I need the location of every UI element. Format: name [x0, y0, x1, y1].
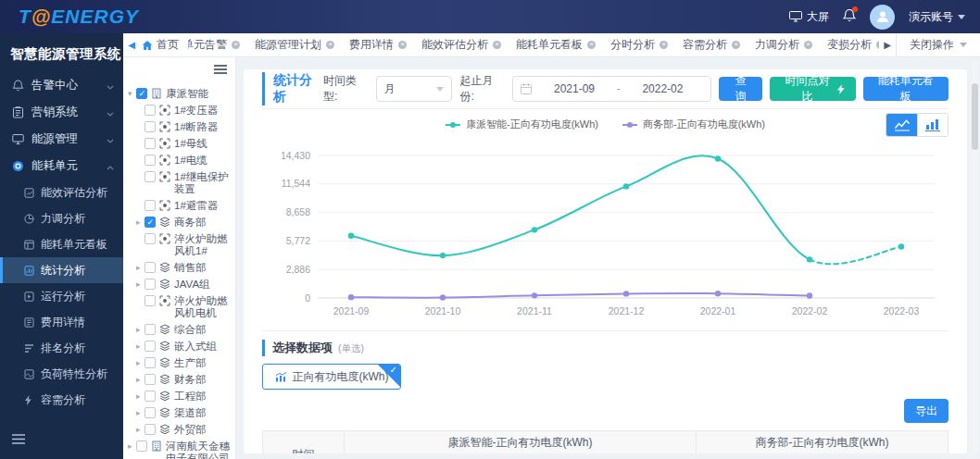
- tree-node-10[interactable]: ▸JAVA组: [128, 276, 233, 292]
- tree-checkbox[interactable]: [144, 391, 156, 402]
- avatar[interactable]: [870, 5, 895, 30]
- sidebar-item-3-6[interactable]: 排名分析: [0, 335, 123, 361]
- sidebar-group-3[interactable]: 能耗单元: [0, 153, 123, 180]
- tab-item-0[interactable]: 单元告警: [188, 33, 247, 56]
- data-item-chip-selected[interactable]: 正向有功电度(kWh) ✓: [262, 364, 401, 390]
- tree-checkbox[interactable]: [144, 407, 156, 418]
- legend-item-kangpai[interactable]: 康派智能-正向有功电度(kWh): [446, 118, 598, 131]
- tree-node-17[interactable]: ▸渠道部: [128, 404, 233, 421]
- tree-node-19[interactable]: ▸河南航天金穗电子有限公司: [128, 438, 233, 459]
- tab-item-1[interactable]: 能源管理计划: [247, 33, 342, 56]
- caret-right-icon[interactable]: ▸: [136, 341, 144, 353]
- caret-right-icon[interactable]: ▸: [136, 357, 144, 369]
- tree-node-7[interactable]: ▸商务部: [128, 214, 233, 230]
- tree-checkbox[interactable]: [144, 295, 156, 306]
- scrollbar-thumb[interactable]: [972, 83, 978, 150]
- caret-right-icon[interactable]: ▸: [136, 217, 144, 229]
- tree-checkbox[interactable]: [144, 424, 156, 435]
- tree-node-11[interactable]: 淬火炉助燃风机电机: [128, 292, 233, 321]
- tree-checkbox[interactable]: [144, 138, 156, 149]
- bar-chart-toggle-button[interactable]: [917, 114, 948, 136]
- tree-node-15[interactable]: ▸财务部: [128, 371, 233, 388]
- tab-item-8[interactable]: 变损分析: [820, 33, 879, 56]
- tab-close-icon[interactable]: [732, 41, 740, 49]
- tree-node-0[interactable]: ▾康派智能: [128, 85, 233, 102]
- tree-checkbox[interactable]: [144, 155, 156, 166]
- tab-item-5[interactable]: 分时分析: [603, 33, 675, 56]
- tab-close-icon[interactable]: [398, 41, 407, 49]
- export-button[interactable]: 导出: [904, 399, 949, 423]
- sidebar-group-0[interactable]: 告警中心: [0, 72, 123, 99]
- tab-close-icon[interactable]: [326, 41, 334, 49]
- tree-checkbox[interactable]: [144, 121, 156, 132]
- tab-item-7[interactable]: 力调分析: [748, 33, 820, 56]
- caret-right-icon[interactable]: ▸: [136, 424, 144, 436]
- caret-right-icon[interactable]: ▸: [136, 279, 144, 291]
- tree-node-5[interactable]: 1#继电保护装置: [128, 168, 233, 197]
- tree-checkbox[interactable]: [144, 324, 156, 335]
- caret-right-icon[interactable]: ▸: [136, 262, 144, 274]
- tab-home[interactable]: 首页: [140, 37, 188, 53]
- unit-board-button[interactable]: 能耗单元看板: [863, 77, 949, 101]
- tree-checkbox[interactable]: [144, 262, 156, 273]
- sidebar-item-3-8[interactable]: 容需分析: [0, 387, 123, 413]
- tree-checkbox[interactable]: [144, 374, 156, 385]
- big-screen-button[interactable]: 大屏: [789, 9, 829, 25]
- statistics-line-chart[interactable]: 02,8865,7728,65811,54414,4302021-092021-…: [262, 141, 949, 330]
- tree-menu-icon[interactable]: [214, 65, 227, 74]
- sidebar-item-3-1[interactable]: 力调分析: [0, 205, 123, 231]
- tree-node-1[interactable]: 1#变压器: [128, 102, 233, 118]
- sidebar-group-1[interactable]: 营销系统: [0, 99, 123, 126]
- tab-close-icon[interactable]: [493, 41, 501, 49]
- tree-checkbox[interactable]: [144, 171, 156, 182]
- sidebar-item-3-0[interactable]: 能效评估分析: [0, 180, 123, 205]
- tab-close-icon[interactable]: [232, 41, 240, 49]
- tabs-scroll-left-button[interactable]: ◀: [123, 40, 140, 50]
- tabs-scroll-right-button[interactable]: ▶: [879, 40, 896, 50]
- tree-checkbox[interactable]: [144, 200, 156, 211]
- line-chart-toggle-button[interactable]: [886, 114, 917, 136]
- sidebar-item-3-2[interactable]: 能耗单元看板: [0, 231, 123, 257]
- caret-right-icon[interactable]: ▸: [136, 324, 144, 336]
- tree-node-8[interactable]: 淬火炉助燃风机1#: [128, 230, 233, 259]
- tree-checkbox[interactable]: [144, 279, 156, 290]
- tree-node-6[interactable]: 1#避雷器: [128, 197, 233, 214]
- date-range-input[interactable]: 2021-09 - 2022-02: [512, 76, 711, 102]
- tree-checkbox[interactable]: [144, 233, 156, 244]
- tab-item-6[interactable]: 容需分析: [675, 33, 748, 56]
- tab-item-2[interactable]: 费用详情: [342, 33, 414, 56]
- caret-right-icon[interactable]: ▸: [128, 440, 136, 453]
- tree-node-18[interactable]: ▸外贸部: [128, 421, 233, 438]
- sidebar-item-3-7[interactable]: 负荷特性分析: [0, 361, 123, 387]
- query-button[interactable]: 查询: [719, 77, 762, 101]
- legend-item-business-dept[interactable]: 商务部-正向有功电度(kWh): [622, 118, 765, 131]
- tree-checkbox[interactable]: [144, 105, 156, 116]
- tree-node-3[interactable]: 1#母线: [128, 135, 233, 152]
- notification-bell-button[interactable]: [843, 8, 856, 25]
- time-point-compare-button[interactable]: 时间点对比: [770, 77, 856, 101]
- tree-checkbox[interactable]: [144, 357, 156, 368]
- sidebar-item-3-5[interactable]: 费用详情: [0, 309, 123, 335]
- caret-right-icon[interactable]: ▸: [136, 374, 144, 386]
- tree-checkbox[interactable]: [144, 341, 156, 352]
- sidebar-item-3-4[interactable]: 运行分析: [0, 283, 123, 309]
- tree-checkbox[interactable]: [144, 217, 156, 228]
- tab-close-icon[interactable]: [587, 41, 596, 49]
- tree-node-12[interactable]: ▸综合部: [128, 321, 233, 338]
- caret-right-icon[interactable]: ▸: [136, 407, 144, 419]
- tree-node-9[interactable]: ▸销售部: [128, 259, 233, 276]
- tree-checkbox[interactable]: [136, 88, 147, 99]
- tree-node-16[interactable]: ▸工程部: [128, 388, 233, 404]
- account-menu[interactable]: 演示账号: [909, 9, 965, 25]
- tab-close-icon[interactable]: [804, 41, 812, 49]
- sidebar-collapse-button[interactable]: [12, 431, 25, 448]
- caret-right-icon[interactable]: ▸: [136, 391, 144, 403]
- caret-down-icon[interactable]: ▾: [128, 88, 136, 100]
- tree-checkbox[interactable]: [136, 440, 147, 452]
- close-operations-menu[interactable]: 关闭操作: [896, 33, 980, 56]
- sidebar-group-2[interactable]: 能源管理: [0, 126, 123, 153]
- time-type-select[interactable]: 月: [376, 76, 453, 102]
- tree-node-14[interactable]: ▸生产部: [128, 354, 233, 371]
- sidebar-item-3-3[interactable]: 统计分析: [0, 257, 123, 283]
- tab-item-3[interactable]: 能效评估分析: [414, 33, 509, 56]
